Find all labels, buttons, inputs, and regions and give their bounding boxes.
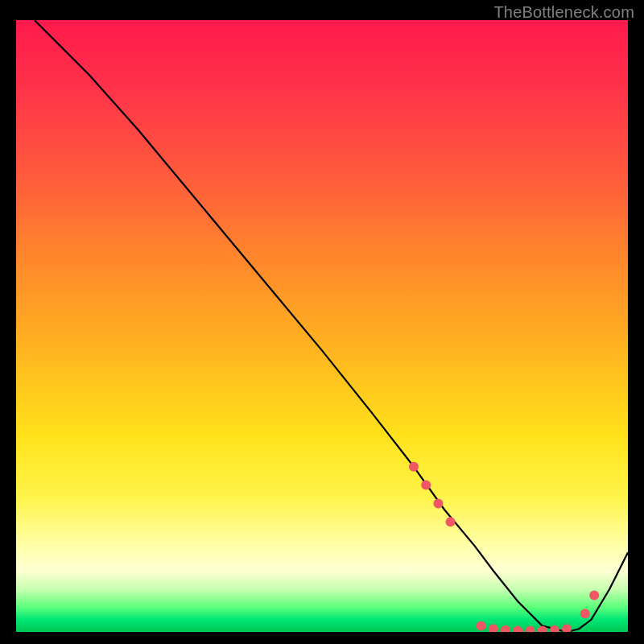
curve-marker	[513, 626, 522, 633]
plot-area	[16, 20, 628, 632]
curve-svg	[16, 20, 628, 632]
curve-marker	[562, 624, 572, 632]
curve-marker	[580, 609, 590, 618]
chart-frame: TheBottleneck.com	[0, 0, 644, 644]
curve-marker	[477, 621, 486, 630]
watermark-text: TheBottleneck.com	[493, 3, 634, 22]
curve-marker	[433, 498, 443, 508]
curve-marker	[409, 462, 419, 472]
curve-marker	[525, 626, 535, 633]
bottleneck-curve	[35, 20, 628, 632]
curve-marker	[489, 624, 498, 632]
curve-marker	[550, 625, 559, 632]
curve-marker	[589, 590, 599, 600]
curve-marker	[501, 625, 510, 632]
curve-marker	[446, 517, 456, 526]
curve-markers	[409, 462, 599, 632]
curve-marker	[421, 481, 431, 490]
